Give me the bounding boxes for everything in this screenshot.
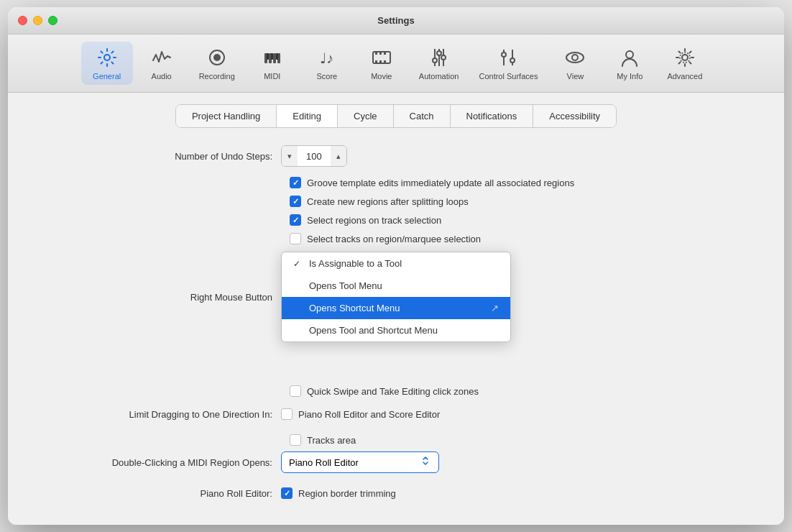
select-regions-checkbox[interactable]	[290, 214, 301, 226]
svg-rect-9	[276, 53, 278, 60]
toolbar-item-control-surfaces[interactable]: Control Surfaces	[470, 42, 546, 85]
tracks-area-row: Tracks area	[290, 434, 748, 446]
dropdown-item-opens-shortcut-menu-label: Opens Shortcut Menu	[309, 303, 400, 313]
toolbar-item-advanced[interactable]: Advanced	[658, 42, 711, 85]
toolbar-item-general[interactable]: General	[81, 42, 133, 85]
midi-icon	[261, 46, 284, 69]
stepper-down-button[interactable]: ▾	[282, 146, 298, 166]
svg-point-18	[437, 51, 441, 55]
svg-point-2	[213, 54, 221, 61]
toolbar-label-recording: Recording	[199, 72, 235, 81]
select-tracks-label: Select tracks on region/marquee selectio…	[307, 234, 481, 244]
movie-icon	[370, 46, 393, 69]
piano-roll-checkbox-label: Piano Roll Editor and Score Editor	[298, 409, 440, 420]
toolbar-item-view[interactable]: View	[549, 42, 601, 85]
stepper-up-button[interactable]: ▴	[331, 146, 346, 166]
right-mouse-row: Right Mouse Button ✓ Is Assignable to a …	[44, 252, 748, 342]
piano-roll-editor-label: Piano Roll Editor:	[44, 488, 281, 499]
create-regions-checkbox[interactable]	[290, 196, 301, 207]
maximize-button[interactable]	[48, 16, 57, 25]
toolbar-item-recording[interactable]: Recording	[190, 42, 244, 85]
checkbox-select-regions: Select regions on track selection	[290, 214, 748, 226]
checkbox-groove-template: Groove template edits immediately update…	[290, 177, 748, 188]
toolbar-item-midi[interactable]: MIDI	[247, 42, 298, 85]
svg-rect-5	[273, 53, 276, 63]
midi-region-select[interactable]: Piano Roll Editor	[281, 451, 439, 473]
toolbar-label-automation: Automation	[419, 72, 459, 81]
dropdown-item-opens-tool-menu[interactable]: Opens Tool Menu	[282, 275, 510, 297]
toolbar-item-my-info[interactable]: My Info	[604, 42, 655, 85]
region-border-checkbox[interactable]	[281, 487, 293, 499]
toolbar-label-audio: Audio	[152, 72, 172, 81]
score-icon: ♩♪	[316, 46, 339, 69]
svg-rect-7	[267, 53, 269, 60]
svg-rect-16	[379, 60, 382, 63]
quick-swipe-row: Quick Swipe and Take Editing click zones	[290, 385, 748, 397]
double-click-label: Double-Clicking a MIDI Region Opens:	[44, 457, 281, 468]
dropdown-item-opens-tool-shortcut-label: Opens Tool and Shortcut Menu	[309, 325, 438, 336]
cursor-icon: ↗	[491, 303, 499, 313]
window-title: Settings	[377, 15, 414, 26]
svg-point-35	[626, 51, 633, 58]
toolbar-item-movie[interactable]: Movie	[356, 42, 407, 85]
stepper-value: 100	[298, 148, 331, 165]
toolbar-label-general: General	[93, 72, 121, 81]
select-tracks-checkbox[interactable]	[290, 233, 301, 244]
limit-drag-row: Limit Dragging to One Direction In: Pian…	[44, 404, 748, 424]
dropdown-item-assignable[interactable]: ✓ Is Assignable to a Tool	[282, 252, 510, 275]
limit-drag-control: Piano Roll Editor and Score Editor	[281, 408, 440, 420]
undo-steps-control: ▾ 100 ▴	[281, 145, 347, 167]
svg-text:♩♪: ♩♪	[320, 50, 333, 66]
tracks-area-checkbox[interactable]	[290, 434, 301, 446]
dropdown-item-opens-tool-menu-label: Opens Tool Menu	[309, 280, 382, 291]
tracks-area-label: Tracks area	[307, 435, 356, 446]
svg-point-34	[572, 55, 578, 60]
audio-icon	[150, 46, 173, 69]
advanced-icon	[673, 46, 696, 69]
tabs-bar: Project Handling Editing Cycle Catch Not…	[175, 104, 617, 128]
tab-editing[interactable]: Editing	[277, 105, 338, 127]
toolbar-label-movie: Movie	[371, 72, 392, 81]
automation-icon	[428, 46, 451, 69]
toolbar-label-view: View	[567, 72, 584, 81]
svg-rect-8	[271, 53, 273, 60]
checkmark-assignable: ✓	[293, 259, 303, 269]
svg-rect-14	[384, 52, 386, 55]
toolbar-item-score[interactable]: ♩♪ Score	[301, 42, 353, 85]
quick-swipe-label: Quick Swipe and Take Editing click zones	[307, 386, 479, 397]
piano-roll-editor-control: Region border trimming	[281, 487, 396, 499]
quick-swipe-checkbox[interactable]	[290, 385, 301, 397]
toolbar-label-control-surfaces: Control Surfaces	[479, 72, 538, 81]
undo-steps-label: Number of Undo Steps:	[44, 151, 281, 162]
select-arrows-icon	[420, 455, 431, 469]
piano-roll-checkbox[interactable]	[281, 408, 293, 420]
double-click-midi-row: Double-Clicking a MIDI Region Opens: Pia…	[44, 451, 748, 473]
tab-notifications[interactable]: Notifications	[451, 105, 534, 127]
tab-accessibility[interactable]: Accessibility	[533, 105, 616, 127]
toolbar: General Audio Recording	[8, 35, 784, 93]
control-surfaces-icon	[497, 46, 520, 69]
traffic-lights	[18, 16, 57, 25]
dropdown-menu: ✓ Is Assignable to a Tool Opens Tool Men…	[281, 252, 511, 342]
tab-project-handling[interactable]: Project Handling	[176, 105, 277, 127]
toolbar-item-automation[interactable]: Automation	[410, 42, 468, 85]
toolbar-label-midi: MIDI	[264, 72, 280, 81]
groove-template-label: Groove template edits immediately update…	[307, 178, 574, 188]
dropdown-item-opens-tool-shortcut[interactable]: Opens Tool and Shortcut Menu	[282, 319, 510, 341]
groove-template-checkbox[interactable]	[290, 177, 301, 188]
checkbox-select-tracks: Select tracks on region/marquee selectio…	[290, 233, 748, 244]
dropdown-item-opens-shortcut-menu[interactable]: Opens Shortcut Menu ↗	[282, 297, 510, 319]
content-area: Project Handling Editing Cycle Catch Not…	[8, 93, 784, 525]
undo-stepper[interactable]: ▾ 100 ▴	[281, 145, 347, 167]
svg-rect-13	[379, 52, 382, 55]
toolbar-label-advanced: Advanced	[667, 72, 702, 81]
svg-point-0	[104, 55, 110, 60]
tab-cycle[interactable]: Cycle	[338, 105, 394, 127]
tab-catch[interactable]: Catch	[394, 105, 451, 127]
minimize-button[interactable]	[33, 16, 42, 25]
view-icon	[563, 46, 586, 69]
recording-icon	[206, 46, 229, 69]
svg-point-36	[682, 55, 688, 60]
close-button[interactable]	[18, 16, 27, 25]
toolbar-item-audio[interactable]: Audio	[136, 42, 188, 85]
